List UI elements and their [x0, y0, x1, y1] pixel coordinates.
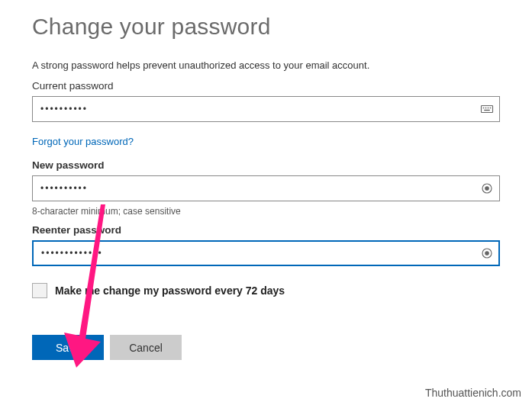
reenter-password-label: Reenter password	[32, 224, 500, 236]
forgot-password-link[interactable]: Forgot your password?	[32, 136, 134, 147]
page-title: Change your password	[32, 14, 500, 40]
eye-icon[interactable]	[480, 246, 494, 260]
svg-rect-3	[488, 108, 489, 109]
svg-rect-1	[483, 108, 485, 109]
svg-rect-0	[482, 106, 493, 113]
reenter-password-input[interactable]	[32, 240, 500, 266]
svg-point-9	[485, 252, 489, 256]
current-password-input[interactable]	[32, 96, 500, 122]
keyboard-icon	[480, 102, 494, 116]
save-button[interactable]: Save	[32, 335, 104, 360]
eye-icon[interactable]	[480, 182, 494, 195]
cancel-button[interactable]: Cancel	[110, 335, 182, 360]
svg-point-7	[485, 187, 489, 191]
svg-rect-5	[484, 110, 490, 111]
password-hint: 8-character minimum; case sensitive	[32, 206, 500, 217]
subtitle: A strong password helps prevent unauthor…	[32, 59, 500, 71]
watermark: Thuthuattienich.com	[425, 387, 521, 399]
change-every-72-days-checkbox[interactable]	[32, 283, 47, 298]
current-password-label: Current password	[32, 80, 500, 92]
new-password-input[interactable]	[32, 175, 500, 201]
new-password-label: New password	[32, 159, 500, 171]
checkbox-label: Make me change my password every 72 days	[55, 284, 285, 297]
svg-rect-2	[485, 108, 487, 109]
svg-rect-4	[490, 108, 492, 109]
